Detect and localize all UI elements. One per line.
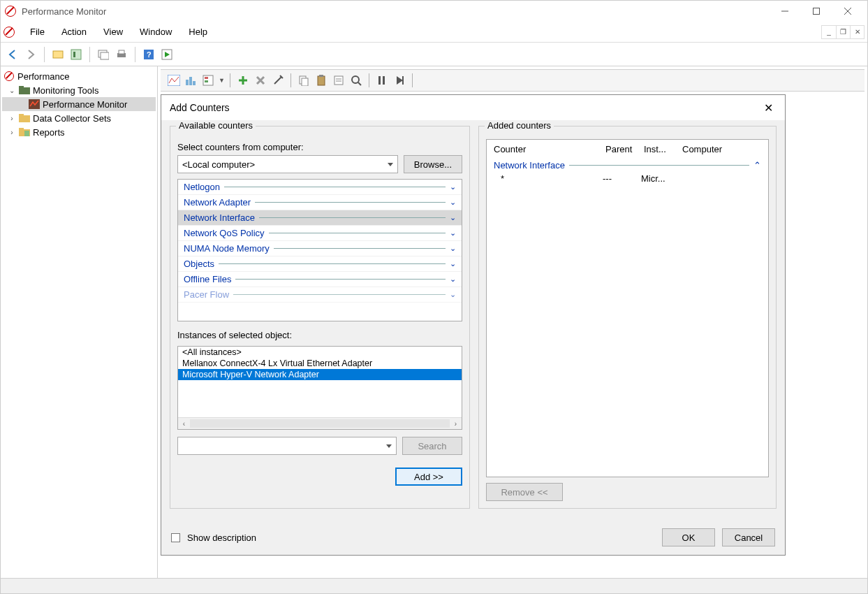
show-hide-tree-button[interactable]	[50, 47, 66, 62]
update-button[interactable]	[392, 73, 407, 88]
mdi-close[interactable]: ✕	[850, 26, 864, 38]
instance-list[interactable]: <All instances> Mellanox ConnectX-4 Lx V…	[177, 346, 462, 430]
freeze-button[interactable]	[374, 73, 390, 88]
expand-icon[interactable]: ›	[8, 129, 16, 136]
help-button[interactable]: ?	[141, 47, 156, 62]
chevron-down-icon: ⌄	[450, 182, 456, 191]
counter-item[interactable]: Network Adapter⌄	[178, 195, 462, 210]
menubar-app-icon	[3, 27, 15, 38]
svg-rect-15	[19, 86, 24, 89]
mdi-minimize[interactable]: _	[822, 26, 836, 38]
menu-window[interactable]: Window	[131, 24, 180, 40]
expand-icon[interactable]: ›	[8, 115, 16, 122]
computer-combo[interactable]: <Local computer>	[177, 155, 398, 173]
perfmon-toolbar: ▼	[161, 69, 865, 92]
add-counters-dialog: Add Counters ✕ Available counters Select…	[161, 94, 786, 556]
counter-item[interactable]: Netlogon⌄	[178, 180, 462, 195]
counter-item[interactable]: Network QoS Policy⌄	[178, 226, 462, 241]
tree-performance[interactable]: Performance	[2, 69, 156, 83]
col-computer[interactable]: Computer	[679, 143, 764, 156]
col-parent[interactable]: Parent	[603, 143, 641, 156]
collapse-icon[interactable]: ⌄	[8, 87, 16, 94]
menubar: File Action View Window Help _ ❐ ✕	[1, 22, 867, 43]
instance-scrollbar[interactable]: ‹ ›	[178, 417, 462, 429]
new-window-button[interactable]	[96, 47, 111, 62]
delete-counter-button[interactable]	[253, 73, 268, 88]
perfmon-icon	[29, 99, 40, 110]
counter-item[interactable]: Objects⌄	[178, 256, 462, 272]
copy-button[interactable]	[296, 73, 311, 88]
paste-button[interactable]	[314, 73, 329, 88]
chevron-down-icon: ⌄	[450, 244, 456, 253]
counter-list[interactable]: Netlogon⌄ Network Adapter⌄ Network Inter…	[177, 179, 462, 321]
performance-icon	[3, 71, 15, 82]
scroll-left-icon[interactable]: ‹	[178, 420, 190, 428]
add-counter-button[interactable]	[235, 73, 251, 88]
run-button[interactable]	[159, 47, 175, 62]
added-counter-group-row[interactable]: Network Interface ⌃	[487, 159, 768, 172]
tree-monitoring-tools[interactable]: ⌄ Monitoring Tools	[2, 83, 156, 97]
tree-performance-monitor-label: Performance Monitor	[43, 99, 127, 110]
menu-view[interactable]: View	[95, 24, 131, 40]
tree-data-collector-sets-label: Data Collector Sets	[33, 113, 111, 124]
highlight-button[interactable]	[270, 73, 286, 88]
instance-item-selected[interactable]: Microsoft Hyper-V Network Adapter	[178, 369, 462, 380]
minimize-button[interactable]	[769, 3, 800, 20]
maximize-button[interactable]	[800, 3, 832, 20]
main-body: Performance ⌄ Monitoring Tools Performan…	[1, 66, 867, 578]
dialog-title: Add Counters	[170, 102, 230, 113]
added-table-header: Counter Parent Inst... Computer	[487, 140, 768, 159]
counter-item[interactable]: NUMA Node Memory⌄	[178, 241, 462, 256]
search-combo[interactable]	[177, 437, 397, 455]
back-button[interactable]	[5, 47, 20, 62]
forward-button[interactable]	[23, 47, 38, 62]
show-description-checkbox[interactable]	[171, 533, 180, 542]
close-icon	[844, 8, 851, 15]
menu-help[interactable]: Help	[180, 24, 216, 40]
chevron-down-icon: ⌄	[450, 198, 456, 207]
titlebar: Performance Monitor	[1, 1, 867, 22]
instance-item[interactable]: Mellanox ConnectX-4 Lx Virtual Ethernet …	[178, 358, 462, 369]
menu-action[interactable]: Action	[53, 24, 95, 40]
mdi-restore[interactable]: ❐	[836, 26, 850, 38]
tree-reports[interactable]: › Reports	[2, 125, 156, 139]
svg-rect-1	[813, 8, 819, 15]
nav-tree: Performance ⌄ Monitoring Tools Performan…	[1, 66, 158, 578]
svg-rect-38	[378, 76, 381, 85]
tree-data-collector-sets[interactable]: › Data Collector Sets	[2, 111, 156, 125]
properties-button-2[interactable]	[331, 73, 346, 88]
print-button[interactable]	[114, 47, 129, 62]
add-button[interactable]: Add >>	[395, 468, 462, 486]
counter-item[interactable]: Offline Files⌄	[178, 272, 462, 287]
tree-reports-label: Reports	[33, 127, 65, 138]
tree-performance-monitor[interactable]: Performance Monitor	[2, 97, 156, 111]
properties-button[interactable]	[68, 47, 84, 62]
browse-button[interactable]: Browse...	[404, 155, 462, 173]
col-instance[interactable]: Inst...	[641, 143, 679, 156]
zoom-button[interactable]	[348, 73, 364, 88]
added-counter-row[interactable]: * --- Micr...	[487, 172, 768, 185]
scroll-right-icon[interactable]: ›	[450, 420, 462, 428]
close-button[interactable]	[832, 3, 863, 20]
folder-icon	[19, 113, 30, 124]
remove-button[interactable]: Remove <<	[486, 483, 563, 501]
search-button[interactable]: Search	[402, 437, 462, 455]
counter-item[interactable]: Pacer Flow⌄	[178, 287, 462, 303]
added-counters-table: Counter Parent Inst... Computer Network …	[486, 139, 769, 477]
menu-file[interactable]: File	[22, 24, 53, 40]
view-graph-button[interactable]	[166, 73, 182, 88]
instances-label: Instances of selected object:	[177, 330, 462, 340]
ok-button[interactable]: OK	[662, 528, 715, 546]
instance-item[interactable]: <All instances>	[178, 347, 462, 358]
view-histogram-button[interactable]	[184, 73, 199, 88]
svg-rect-23	[186, 80, 189, 85]
main-toolbar: ?	[1, 43, 867, 66]
cancel-button[interactable]: Cancel	[722, 528, 775, 546]
svg-rect-6	[73, 52, 75, 57]
col-counter[interactable]: Counter	[491, 143, 603, 156]
dialog-close-button[interactable]: ✕	[760, 101, 777, 115]
counter-item-selected[interactable]: Network Interface⌄	[178, 210, 462, 226]
reports-icon	[19, 126, 30, 138]
minimize-icon	[781, 8, 788, 15]
view-report-button[interactable]	[201, 73, 216, 88]
